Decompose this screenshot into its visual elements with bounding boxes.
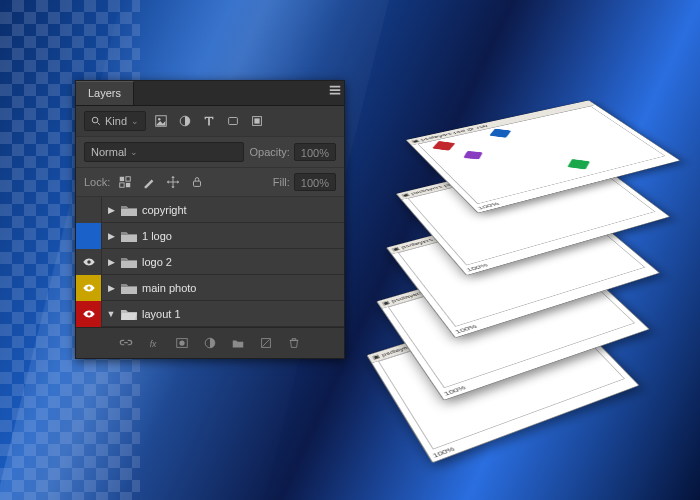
disclosure-triangle-icon[interactable]: ▶ xyxy=(102,257,116,267)
blend-mode-select[interactable]: Normal ⌄ xyxy=(84,142,244,162)
filter-pixel-icon[interactable] xyxy=(152,112,170,130)
filter-shape-icon[interactable] xyxy=(224,112,242,130)
layer-name: logo 2 xyxy=(142,256,172,268)
new-layer-icon[interactable] xyxy=(257,334,275,352)
eye-icon xyxy=(82,255,96,269)
disclosure-triangle-icon[interactable]: ▶ xyxy=(102,283,116,293)
svg-rect-10 xyxy=(120,183,124,187)
svg-text:fx: fx xyxy=(150,339,157,349)
visibility-toggle[interactable] xyxy=(76,275,102,301)
svg-rect-4 xyxy=(229,118,238,125)
layer-list: ▶ copyright ▶ 1 logo ▶ logo 2 ▶ main pho… xyxy=(76,197,344,327)
layers-panel: Layers Kind ⌄ Normal ⌄ Opacity: 100% Loc… xyxy=(75,80,345,359)
blend-row: Normal ⌄ Opacity: 100% xyxy=(76,137,344,168)
panel-tabbar: Layers xyxy=(76,81,344,106)
tab-layers[interactable]: Layers xyxy=(76,81,134,105)
folder-open-icon xyxy=(120,307,138,321)
filter-kind-select[interactable]: Kind ⌄ xyxy=(84,111,146,131)
new-group-icon[interactable] xyxy=(229,334,247,352)
layer-row[interactable]: ▼ layout 1 xyxy=(76,301,344,327)
layer-row[interactable]: ▶ main photo xyxy=(76,275,344,301)
layer-stack-illustration: ▣psdlayers.psd @ 100 100% ▣psdlayers.psd… xyxy=(370,35,670,455)
filter-type-icon[interactable] xyxy=(200,112,218,130)
layer-row[interactable]: ▶ 1 logo xyxy=(76,223,344,249)
svg-rect-9 xyxy=(126,177,130,181)
disclosure-triangle-icon[interactable]: ▼ xyxy=(102,309,116,319)
layer-row[interactable]: ▶ logo 2 xyxy=(76,249,344,275)
fill-value[interactable]: 100% xyxy=(294,173,336,191)
eye-icon xyxy=(82,281,96,295)
folder-icon xyxy=(120,281,138,295)
visibility-toggle[interactable] xyxy=(76,197,102,223)
svg-rect-11 xyxy=(194,181,201,186)
opacity-field: Opacity: 100% xyxy=(250,143,337,161)
search-icon xyxy=(91,116,101,126)
fill-field: Fill: 100% xyxy=(273,173,336,191)
filter-kind-label: Kind xyxy=(105,115,127,127)
layer-mask-icon[interactable] xyxy=(173,334,191,352)
visibility-toggle[interactable] xyxy=(76,249,102,275)
layer-row[interactable]: ▶ copyright xyxy=(76,197,344,223)
svg-point-0 xyxy=(92,117,98,123)
folder-icon xyxy=(120,255,138,269)
layer-name: main photo xyxy=(142,282,196,294)
layer-filter-row: Kind ⌄ xyxy=(76,106,344,137)
fill-label: Fill: xyxy=(273,176,290,188)
lock-image-icon[interactable] xyxy=(140,173,158,191)
filter-adjust-icon[interactable] xyxy=(176,112,194,130)
visibility-toggle[interactable] xyxy=(76,301,102,327)
chevron-updown-icon: ⌄ xyxy=(130,147,138,157)
visibility-toggle[interactable] xyxy=(76,223,102,249)
eye-icon xyxy=(82,307,96,321)
panel-menu-icon[interactable] xyxy=(326,81,344,99)
svg-rect-8 xyxy=(126,183,130,187)
lock-position-icon[interactable] xyxy=(164,173,182,191)
svg-rect-6 xyxy=(254,118,259,123)
layer-name: layout 1 xyxy=(142,308,181,320)
layer-style-icon[interactable]: fx xyxy=(145,334,163,352)
adjustment-layer-icon[interactable] xyxy=(201,334,219,352)
panel-bottom-bar: fx xyxy=(76,327,344,358)
layer-name: 1 logo xyxy=(142,230,172,242)
opacity-label: Opacity: xyxy=(250,146,290,158)
disclosure-triangle-icon[interactable]: ▶ xyxy=(102,231,116,241)
lock-transparency-icon[interactable] xyxy=(116,173,134,191)
link-layers-icon[interactable] xyxy=(117,334,135,352)
lock-row: Lock: Fill: 100% xyxy=(76,168,344,197)
folder-icon xyxy=(120,229,138,243)
folder-icon xyxy=(120,203,138,217)
svg-point-14 xyxy=(179,340,184,345)
delete-layer-icon[interactable] xyxy=(285,334,303,352)
opacity-value[interactable]: 100% xyxy=(294,143,336,161)
blend-mode-value: Normal xyxy=(91,146,126,158)
lock-label: Lock: xyxy=(84,176,110,188)
svg-rect-7 xyxy=(120,177,124,181)
layer-name: copyright xyxy=(142,204,187,216)
svg-point-2 xyxy=(158,118,160,120)
filter-smart-icon[interactable] xyxy=(248,112,266,130)
disclosure-triangle-icon[interactable]: ▶ xyxy=(102,205,116,215)
lock-all-icon[interactable] xyxy=(188,173,206,191)
chevron-updown-icon: ⌄ xyxy=(131,116,139,126)
